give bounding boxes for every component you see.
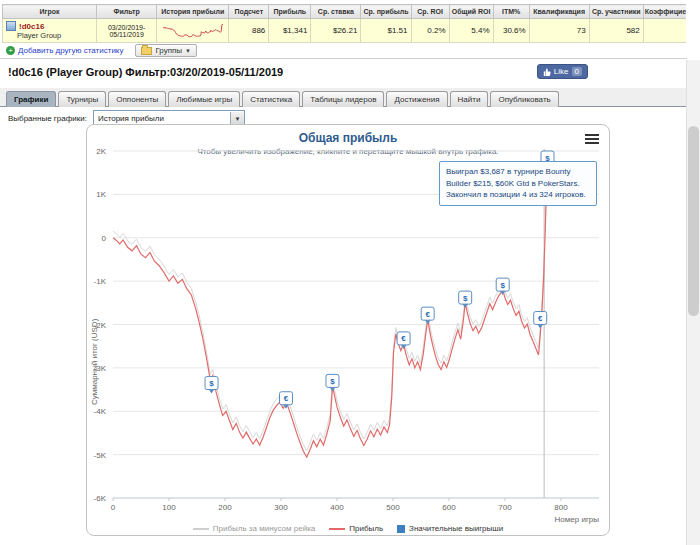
cell-avg-profit: $1.51 (361, 19, 411, 43)
win-marker[interactable]: $ (459, 291, 472, 308)
sparkline-cell[interactable] (157, 19, 229, 43)
column-header-1[interactable]: Фильтр (97, 5, 157, 19)
thumbs-up-icon (543, 68, 551, 76)
chart-panel: Общая прибыль Чтобы увеличить изображени… (86, 124, 610, 536)
column-header-7[interactable]: Ср. ROI (411, 5, 449, 19)
tab-2[interactable]: Оппоненты (108, 91, 166, 107)
svg-text:€: € (284, 394, 289, 403)
stats-table-wrap: ИгрокФильтрИстория прибылиПодсчетПрибыль… (2, 4, 686, 43)
profit-sparkline[interactable] (162, 22, 224, 38)
win-marker[interactable]: € (421, 307, 434, 324)
like-button[interactable]: Like 0 (537, 64, 588, 79)
chart-title: Общая прибыль (87, 131, 609, 145)
column-header-8[interactable]: Общий ROI (449, 5, 493, 19)
groups-label: Группы (155, 46, 182, 55)
svg-text:700: 700 (498, 503, 512, 512)
player-cell[interactable]: !d0c16 Player Group (3, 19, 97, 43)
svg-text:600: 600 (442, 503, 456, 512)
stats-toolbar: + Добавить другую статистику Группы ▼ (6, 44, 197, 57)
cell-avg-stake: $26.21 (311, 19, 361, 43)
graph-select-label: Выбранные графики: (8, 114, 87, 123)
stats-header-row: ИгрокФильтрИстория прибылиПодсчетПрибыль… (3, 5, 687, 19)
cell-qualification: 73 (529, 19, 589, 43)
column-header-4[interactable]: Прибыль (269, 5, 311, 19)
like-label: Like (554, 67, 569, 76)
player-group-label: Player Group (6, 31, 93, 40)
page-title: !d0c16 (Player Group) Фильтр:03/20/2019-… (8, 66, 283, 78)
svg-text:400: 400 (330, 503, 344, 512)
scrollbar-thumb[interactable] (688, 126, 699, 316)
column-header-2[interactable]: История прибыли (157, 5, 229, 19)
svg-text:100: 100 (162, 503, 176, 512)
like-count: 0 (572, 67, 582, 76)
table-row[interactable]: !d0c16 Player Group 03/20/2019- 05/11/20… (3, 19, 687, 43)
cell-total-roi: 5.4% (449, 19, 493, 43)
svg-text:$: $ (330, 377, 335, 386)
legend-item-0[interactable]: Прибыль за минусом рейка (193, 524, 315, 533)
column-header-5[interactable]: Ср. ставка (311, 5, 361, 19)
groups-button[interactable]: Группы ▼ (135, 44, 197, 57)
legend-line-icon (329, 528, 345, 530)
legend-square-icon (397, 525, 405, 533)
scrollbar-track[interactable] (686, 60, 700, 545)
tab-8[interactable]: Опубликовать (490, 91, 558, 107)
svg-text:€: € (401, 334, 406, 343)
column-header-11[interactable]: Ср. участники (589, 5, 643, 19)
svg-text:€: € (425, 310, 430, 319)
svg-text:€: € (538, 314, 543, 323)
add-statistic-link[interactable]: + Добавить другую статистику (6, 46, 123, 55)
legend-line-icon (193, 528, 209, 530)
svg-text:$: $ (463, 294, 468, 303)
tab-0[interactable]: Графики (6, 91, 56, 107)
legend-label: Значительные выигрыши (409, 524, 503, 533)
svg-text:2K: 2K (96, 147, 106, 156)
svg-text:0: 0 (102, 234, 107, 243)
add-statistic-label: Добавить другую статистику (18, 46, 123, 55)
win-marker[interactable]: € (534, 311, 547, 328)
cell-profit: $1,341 (269, 19, 311, 43)
divider (0, 58, 687, 59)
svg-text:200: 200 (218, 503, 232, 512)
svg-text:$: $ (500, 281, 505, 290)
x-axis-label: Номер игры (113, 515, 599, 524)
svg-text:1K: 1K (96, 190, 106, 199)
graph-select-value: История прибыли (94, 114, 164, 123)
player-chart-icon (6, 21, 16, 31)
cell-itm: 30.6% (493, 19, 529, 43)
cell-count: 886 (229, 19, 269, 43)
tab-4[interactable]: Статистика (242, 91, 300, 107)
column-header-10[interactable]: Квалификация (529, 5, 589, 19)
tab-7[interactable]: Найти (450, 91, 489, 107)
column-header-3[interactable]: Подсчет (229, 5, 269, 19)
win-marker[interactable]: $ (326, 374, 339, 391)
tab-5[interactable]: Таблицы лидеров (302, 91, 384, 107)
win-marker[interactable]: $ (496, 278, 509, 295)
svg-text:-4K: -4K (94, 407, 107, 416)
tab-6[interactable]: Достижения (386, 91, 447, 107)
svg-text:-1K: -1K (94, 277, 107, 286)
tab-3[interactable]: Любимые игры (168, 91, 240, 107)
svg-text:-3K: -3K (94, 364, 107, 373)
cell-turbo-factor: 25.3% (643, 19, 686, 43)
stats-table: ИгрокФильтрИстория прибылиПодсчетПрибыль… (2, 4, 686, 43)
chevron-down-icon: ▼ (185, 48, 191, 54)
column-header-6[interactable]: Ср. прибыль (361, 5, 411, 19)
chart-menu-icon[interactable] (585, 134, 599, 146)
svg-text:500: 500 (386, 503, 400, 512)
player-name[interactable]: !d0c16 (19, 22, 44, 31)
svg-text:-6K: -6K (94, 494, 107, 503)
column-header-12[interactable]: Коэффициент турбо (643, 5, 686, 19)
legend-label: Прибыль (349, 524, 383, 533)
tab-1[interactable]: Турниры (58, 91, 106, 107)
cell-avg-roi: 0.2% (411, 19, 449, 43)
chart-legend: Прибыль за минусом рейкаПрибыльЗначитель… (87, 524, 609, 533)
legend-item-2[interactable]: Значительные выигрыши (397, 524, 503, 533)
svg-text:300: 300 (274, 503, 288, 512)
legend-item-1[interactable]: Прибыль (329, 524, 383, 533)
svg-text:$: $ (209, 379, 214, 388)
column-header-9[interactable]: ITM% (493, 5, 529, 19)
column-header-0[interactable]: Игрок (3, 5, 97, 19)
filter-cell: 03/20/2019- 05/11/2019 (97, 19, 157, 43)
chart-tooltip: Выиграл $3,687 в турнире Bounty Builder … (439, 161, 597, 206)
plus-icon: + (6, 46, 15, 55)
